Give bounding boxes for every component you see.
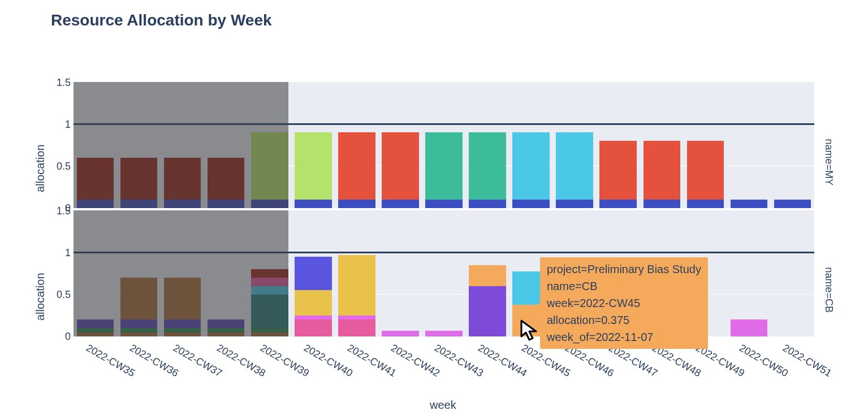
ytick: 1 xyxy=(51,247,71,259)
tooltip-line: week_of=2022-11-07 xyxy=(547,329,701,345)
x-tick-label: 2022-CW37 xyxy=(171,342,224,379)
bar-segment[interactable] xyxy=(556,200,593,208)
x-tick-label: 2022-CW42 xyxy=(388,342,442,379)
bar-segment[interactable] xyxy=(208,328,245,332)
bar-segment[interactable] xyxy=(164,200,201,208)
bar-segment[interactable] xyxy=(469,265,506,286)
ytick: 0 xyxy=(51,331,71,343)
x-tick-label: 2022-CW44 xyxy=(476,342,529,379)
bar-segment[interactable] xyxy=(120,278,158,319)
bar-segment[interactable] xyxy=(120,319,158,328)
x-tick-label: 2022-CW40 xyxy=(301,342,355,379)
bar-segment[interactable] xyxy=(295,319,332,336)
chart-container: Resource Allocation by Week allocation a… xyxy=(0,0,868,419)
bar-segment[interactable] xyxy=(556,132,593,200)
bar-segment[interactable] xyxy=(425,132,463,200)
cursor-icon xyxy=(519,319,542,344)
tooltip-line: name=CB xyxy=(547,278,701,295)
x-tick-label: 2022-CW41 xyxy=(345,342,398,379)
bar-segment[interactable] xyxy=(251,278,288,286)
bar-segment[interactable] xyxy=(382,200,419,208)
bar-segment[interactable] xyxy=(338,316,375,319)
bar-segment[interactable] xyxy=(338,255,375,316)
x-tick-label: 2022-CW50 xyxy=(737,342,791,379)
chart-title: Resource Allocation by Week xyxy=(51,11,272,29)
bar-segment[interactable] xyxy=(644,141,681,200)
reference-line xyxy=(74,123,814,125)
tooltip-line: week=2022-CW45 xyxy=(547,295,701,312)
bar-segment[interactable] xyxy=(164,328,201,332)
bar-segment[interactable] xyxy=(77,158,114,200)
bar-segment[interactable] xyxy=(425,200,463,208)
subplot-my[interactable]: name=MY xyxy=(74,82,814,208)
bar-segment[interactable] xyxy=(164,319,201,328)
ytick: 1 xyxy=(51,119,71,131)
ytick: 1.5 xyxy=(51,77,71,89)
bar-segment[interactable] xyxy=(77,200,114,208)
x-tick-label: 2022-CW39 xyxy=(258,342,311,379)
bar-segment[interactable] xyxy=(295,290,332,316)
bar-segment[interactable] xyxy=(251,200,288,208)
x-tick-label: 2022-CW35 xyxy=(84,342,137,379)
x-tick-label: 2022-CW38 xyxy=(214,342,267,379)
bar-segment[interactable] xyxy=(164,332,201,336)
bar-segment[interactable] xyxy=(295,200,332,208)
x-tick-label: 2022-CW36 xyxy=(127,342,180,379)
facet-label-my: name=MY xyxy=(823,139,835,150)
bar-segment[interactable] xyxy=(77,319,114,328)
bar-segment[interactable] xyxy=(251,328,288,332)
bar-segment[interactable] xyxy=(731,200,768,208)
ytick: 0.5 xyxy=(51,289,71,301)
bar-segment[interactable] xyxy=(251,269,288,278)
ytick: 1.5 xyxy=(51,205,71,217)
bar-segment[interactable] xyxy=(208,332,245,336)
bar-segment[interactable] xyxy=(251,295,288,328)
x-tick-label: 2022-CW51 xyxy=(781,342,834,379)
bar-segment[interactable] xyxy=(77,328,114,332)
bar-segment[interactable] xyxy=(338,200,375,208)
bar-segment[interactable] xyxy=(469,286,506,336)
facet-label-cb: name=CB xyxy=(823,267,835,279)
bar-segment[interactable] xyxy=(295,132,332,200)
bars-my xyxy=(74,82,814,208)
bar-segment[interactable] xyxy=(120,332,158,336)
bar-segment[interactable] xyxy=(164,158,201,200)
bar-segment[interactable] xyxy=(687,141,724,200)
bar-segment[interactable] xyxy=(644,200,681,208)
bar-segment[interactable] xyxy=(469,132,506,200)
bar-segment[interactable] xyxy=(295,257,332,290)
bar-segment[interactable] xyxy=(164,278,201,319)
bar-segment[interactable] xyxy=(382,331,419,336)
bar-segment[interactable] xyxy=(208,158,245,200)
bar-segment[interactable] xyxy=(120,328,158,332)
bar-segment[interactable] xyxy=(120,158,158,200)
tooltip-line: project=Preliminary Bias Study xyxy=(547,261,701,278)
x-axis-label: week xyxy=(430,399,456,412)
bar-segment[interactable] xyxy=(731,319,768,336)
bar-segment[interactable] xyxy=(77,332,114,336)
bar-segment[interactable] xyxy=(251,286,288,295)
bar-segment[interactable] xyxy=(599,200,637,208)
hover-tooltip: project=Preliminary Bias Study name=CB w… xyxy=(540,257,708,349)
bar-segment[interactable] xyxy=(425,331,463,336)
bar-segment[interactable] xyxy=(251,332,288,336)
bar-segment[interactable] xyxy=(338,132,375,200)
bar-segment[interactable] xyxy=(512,200,550,208)
bar-segment[interactable] xyxy=(774,200,811,208)
bar-segment[interactable] xyxy=(338,319,375,336)
bar-segment[interactable] xyxy=(251,132,288,200)
ytick: 0.5 xyxy=(51,161,71,172)
reference-line xyxy=(74,252,814,253)
bar-segment[interactable] xyxy=(599,141,637,200)
bar-segment[interactable] xyxy=(469,200,506,208)
bar-segment[interactable] xyxy=(295,316,332,319)
bar-segment[interactable] xyxy=(208,319,245,328)
bar-segment[interactable] xyxy=(120,200,158,208)
y-axis-label-my: allocation xyxy=(34,181,47,192)
bar-segment[interactable] xyxy=(208,200,245,208)
bar-segment[interactable] xyxy=(382,132,419,200)
bar-segment[interactable] xyxy=(687,200,724,208)
bar-segment[interactable] xyxy=(512,132,550,200)
tooltip-line: allocation=0.375 xyxy=(547,312,701,329)
x-tick-label: 2022-CW43 xyxy=(433,342,486,379)
